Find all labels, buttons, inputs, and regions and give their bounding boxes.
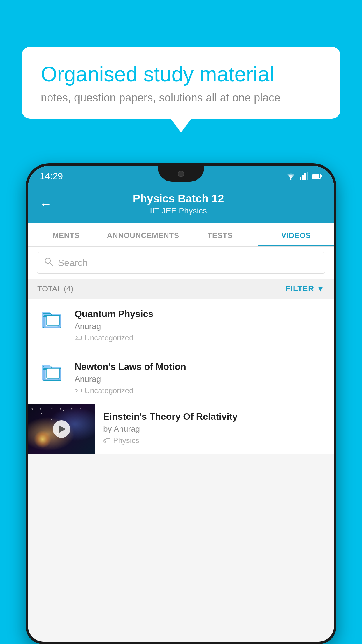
list-item[interactable]: Newton's Laws of Motion Anurag 🏷 Uncateg…	[28, 351, 334, 404]
header-title: Physics Batch 12	[58, 192, 299, 205]
signal-icon	[300, 172, 308, 180]
folder-thumb-2	[37, 360, 66, 382]
battery-icon	[312, 173, 322, 179]
svg-rect-7	[312, 174, 319, 178]
video-info-1: Quantum Physics Anurag 🏷 Uncategorized	[75, 307, 325, 342]
video-author-3: by Anurag	[103, 424, 326, 434]
app-header: ← Physics Batch 12 IIT JEE Physics	[28, 187, 334, 223]
filter-bar: TOTAL (4) FILTER ▼	[28, 279, 334, 299]
tab-tests[interactable]: TESTS	[182, 223, 258, 246]
svg-rect-3	[304, 173, 306, 180]
header-subtitle: IIT JEE Physics	[58, 206, 299, 216]
video-list: Quantum Physics Anurag 🏷 Uncategorized	[28, 299, 334, 454]
wifi-icon	[286, 172, 296, 180]
phone-frame: 14:29	[26, 163, 336, 644]
video-author-2: Anurag	[75, 374, 325, 384]
svg-rect-23	[47, 368, 59, 378]
search-bar[interactable]: Search	[37, 252, 325, 274]
svg-rect-6	[321, 175, 322, 177]
search-icon	[44, 257, 53, 269]
tabs-bar: MENTS ANNOUNCEMENTS TESTS VIDEOS	[28, 223, 334, 247]
video-author-1: Anurag	[75, 322, 325, 331]
video-tag-2: 🏷 Uncategorized	[75, 386, 325, 395]
list-item[interactable]: Quantum Physics Anurag 🏷 Uncategorized	[28, 299, 334, 351]
header-center: Physics Batch 12 IIT JEE Physics	[58, 192, 299, 216]
status-bar-time: 14:29	[40, 171, 63, 182]
video-thumbnail	[28, 404, 95, 454]
folder-thumb-1	[37, 307, 66, 329]
video-info-3: Einstein's Theory Of Relativity by Anura…	[95, 404, 334, 452]
svg-rect-1	[300, 177, 301, 180]
tag-icon-2: 🏷	[75, 386, 82, 395]
filter-icon: ▼	[317, 284, 325, 293]
folder-icon	[40, 360, 64, 382]
tab-announcements[interactable]: ANNOUNCEMENTS	[104, 223, 182, 246]
total-count: TOTAL (4)	[37, 284, 73, 293]
video-title-2: Newton's Laws of Motion	[75, 361, 325, 372]
filter-button[interactable]: FILTER ▼	[285, 284, 325, 293]
tag-icon-3: 🏷	[103, 436, 111, 445]
play-button[interactable]	[53, 420, 70, 438]
play-triangle-icon	[59, 425, 66, 433]
folder-icon	[40, 307, 64, 329]
list-item[interactable]: Einstein's Theory Of Relativity by Anura…	[28, 404, 334, 454]
svg-line-9	[50, 263, 52, 265]
speech-bubble-subtitle: notes, question papers, solutions all at…	[41, 92, 321, 104]
status-bar: 14:29	[28, 166, 334, 187]
video-info-2: Newton's Laws of Motion Anurag 🏷 Uncateg…	[75, 360, 325, 395]
status-bar-icons	[286, 172, 322, 180]
svg-rect-2	[302, 175, 304, 180]
speech-bubble-title: Organised study material	[41, 63, 321, 86]
svg-rect-4	[307, 172, 308, 180]
search-placeholder: Search	[58, 258, 87, 268]
video-tag-3: 🏷 Physics	[103, 436, 326, 445]
speech-bubble: Organised study material notes, question…	[22, 47, 340, 119]
phone-inner: 14:29	[28, 166, 334, 642]
svg-rect-16	[47, 316, 59, 326]
tab-ments[interactable]: MENTS	[28, 223, 104, 246]
notch	[158, 166, 204, 182]
video-tag-1: 🏷 Uncategorized	[75, 333, 325, 342]
video-title-1: Quantum Physics	[75, 309, 325, 319]
tab-videos[interactable]: VIDEOS	[258, 223, 334, 246]
tag-icon-1: 🏷	[75, 333, 82, 342]
search-container: Search	[28, 247, 334, 279]
back-button[interactable]: ←	[40, 197, 52, 211]
notch-camera	[178, 171, 184, 177]
video-title-3: Einstein's Theory Of Relativity	[103, 411, 326, 422]
svg-point-0	[290, 178, 292, 180]
